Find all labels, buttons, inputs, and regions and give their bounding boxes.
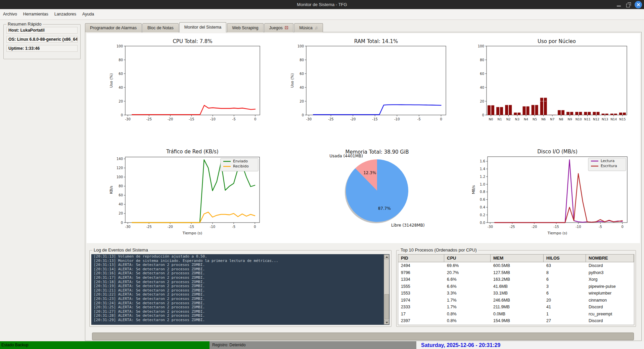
menu-herramientas[interactable]: Herramientas [20, 9, 51, 20]
log-line: [20:31:17] ALERTA: Se detectaron 2 proce… [92, 276, 389, 280]
svg-text:0.0: 0.0 [480, 221, 485, 225]
table-row[interactable]: 979620.7%127.5MB8python3 [398, 269, 634, 276]
table-cell: 0.8% [444, 317, 491, 324]
tab-musica[interactable]: Música♫ [294, 23, 323, 32]
table-row[interactable]: 170.8%0.0MB1rcu_preempt [398, 311, 634, 318]
svg-text:1.4: 1.4 [480, 167, 485, 171]
tab-label: Programador de Alarmas [90, 26, 137, 30]
table-cell: 41.6MB [491, 283, 544, 290]
table-cell: 3.3% [444, 290, 491, 297]
svg-text:Escritura: Escritura [601, 164, 617, 168]
scroll-down-button[interactable] [384, 320, 389, 324]
chart-red: Tráfico de Red (KB/s)020406080100120140K… [101, 146, 270, 242]
svg-text:0: 0 [121, 113, 123, 117]
svg-text:Usada (4401MB): Usada (4401MB) [329, 154, 363, 158]
table-cell: 6.6% [444, 276, 491, 283]
arrow-down-icon [385, 322, 388, 323]
svg-text:N12: N12 [593, 117, 599, 121]
process-table: PIDCPUMEMHILOSNOMBRE 249469.6%600.5MB63D… [398, 254, 634, 325]
chart-ram: RAM Total: 14.1%020406080100Uso (%)-30-2… [284, 35, 453, 127]
svg-text:-10: -10 [210, 225, 215, 229]
log-line: [20:31:29] ALERTA: Se detectaron 2 proce… [92, 318, 389, 322]
table-row[interactable]: 19741.7%246.6MB20cinnamon [398, 297, 634, 304]
column-header-pid[interactable]: PID [398, 255, 444, 262]
svg-text:60: 60 [480, 72, 484, 76]
tab-bloc-de-notas[interactable]: Bloc de Notas [142, 23, 179, 32]
process-table-header: PIDCPUMEMHILOSNOMBRE [398, 255, 634, 262]
log-line: [20:31:25] ALERTA: Se detectaron 2 proce… [92, 305, 389, 310]
svg-text:Uso (%): Uso (%) [290, 73, 294, 88]
column-header-mem[interactable]: MEM [491, 255, 544, 262]
svg-text:-10: -10 [576, 225, 581, 229]
menu-lanzadores[interactable]: Lanzadores [51, 9, 79, 20]
svg-text:0: 0 [254, 225, 256, 229]
table-cell: 246.6MB [491, 297, 544, 304]
svg-text:0: 0 [621, 225, 623, 229]
scroll-up-button[interactable] [384, 255, 389, 259]
svg-text:40: 40 [119, 86, 123, 89]
menu-archivo[interactable]: Archivo [0, 9, 20, 20]
svg-text:120: 120 [117, 166, 123, 170]
event-log-textarea[interactable]: [20:31:13] Volumen de reproducción ajust… [91, 254, 389, 325]
table-cell: 127.5MB [491, 269, 544, 276]
column-header-cpu[interactable]: CPU [444, 255, 491, 262]
svg-text:-5: -5 [417, 117, 421, 121]
column-header-nombre[interactable]: NOMBRE [586, 255, 634, 262]
svg-text:N5: N5 [533, 117, 537, 121]
svg-text:N4: N4 [524, 117, 528, 121]
table-row[interactable]: 249469.6%600.5MB63Discord [398, 262, 634, 269]
table-row[interactable]: 23970.8%154.9MB27Discord [398, 317, 634, 324]
table-row[interactable]: 23331.7%211.9MB41Discord [398, 304, 634, 311]
svg-text:0: 0 [254, 117, 256, 121]
restore-button[interactable] [625, 1, 632, 8]
close-button[interactable] [635, 1, 642, 8]
table-cell: 2494 [398, 262, 444, 269]
svg-text:-5: -5 [232, 225, 235, 229]
statusbar: Estado Backup Registro: Detenido Saturda… [0, 341, 644, 349]
music-note-icon: ♫ [315, 25, 318, 30]
svg-text:N14: N14 [610, 117, 617, 121]
svg-text:Enviado: Enviado [233, 159, 248, 163]
menu-ayuda[interactable]: Ayuda [79, 9, 97, 20]
svg-text:N15: N15 [619, 117, 626, 121]
svg-text:N13: N13 [602, 117, 608, 121]
log-scrollbar[interactable] [384, 255, 389, 324]
scrollbar-thumb[interactable] [384, 294, 389, 319]
svg-text:Tiempo (s): Tiempo (s) [547, 231, 567, 235]
table-cell: cinnamon [586, 297, 634, 304]
svg-text:Tiempo (s): Tiempo (s) [182, 231, 202, 235]
svg-text:Uso por Núcleo: Uso por Núcleo [538, 38, 576, 44]
table-cell: Xorg [586, 276, 634, 283]
svg-text:87.7%: 87.7% [378, 206, 391, 211]
svg-text:RAM Total: 14.1%: RAM Total: 14.1% [354, 38, 398, 44]
table-cell: 41 [544, 304, 586, 311]
svg-text:Tráfico de Red (KB/s): Tráfico de Red (KB/s) [166, 149, 218, 155]
backup-progressbar [92, 333, 634, 340]
tab-monitor-del-sistema[interactable]: Monitor del Sistema [179, 22, 226, 32]
svg-text:N10: N10 [576, 117, 582, 121]
column-header-hilos[interactable]: HILOS [544, 255, 586, 262]
minimize-button[interactable] [615, 1, 623, 8]
svg-text:40: 40 [300, 86, 304, 89]
table-cell: 2397 [398, 317, 444, 324]
tab-programador-de-alarmas[interactable]: Programador de Alarmas [85, 23, 142, 32]
svg-text:-5: -5 [599, 225, 602, 229]
tab-juegos[interactable]: Juegos⚄ [264, 23, 294, 32]
svg-text:20: 20 [300, 100, 304, 103]
table-cell: Discord [586, 317, 634, 324]
tab-web-scraping[interactable]: Web Scraping [227, 23, 263, 32]
svg-text:60: 60 [119, 72, 123, 76]
table-row[interactable]: 15556.6%41.6MB3pipewire-pulse [398, 283, 634, 290]
table-cell: 6.6% [444, 283, 491, 290]
arrow-up-icon [385, 256, 388, 258]
svg-text:-20: -20 [168, 117, 173, 121]
table-row[interactable]: 15533.3%33.1MB6wireplumber [398, 290, 634, 297]
table-cell: 1.7% [444, 297, 491, 304]
status-backup: Estado Backup [0, 341, 210, 349]
svg-text:-25: -25 [146, 117, 152, 121]
table-row[interactable]: 13346.6%163.2MB6Xorg [398, 276, 634, 283]
svg-text:-25: -25 [146, 225, 151, 229]
quick-summary-title: Resumen Rápido [6, 22, 43, 27]
chart-disco: Disco I/O (MB/s)0.00.20.40.60.81.01.21.4… [468, 146, 640, 242]
svg-text:0.4: 0.4 [480, 205, 485, 209]
